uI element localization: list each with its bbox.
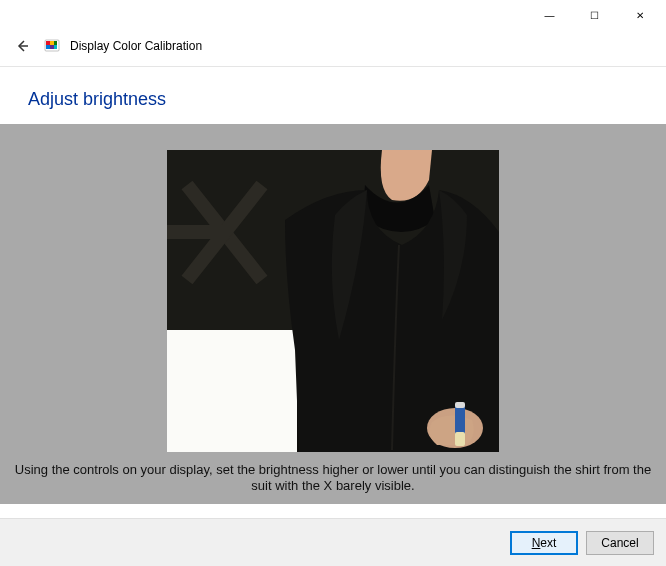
close-button[interactable]: ✕ — [617, 1, 662, 29]
minimize-button[interactable]: — — [527, 1, 572, 29]
svg-rect-15 — [455, 405, 465, 435]
svg-rect-4 — [54, 41, 57, 45]
heading-area: Adjust brightness — [0, 67, 666, 124]
instruction-text: Using the controls on your display, set … — [0, 452, 666, 495]
svg-rect-6 — [50, 45, 54, 49]
svg-rect-17 — [455, 402, 465, 408]
back-arrow-icon — [14, 38, 30, 54]
window-titlebar: — ☐ ✕ — [0, 0, 666, 30]
header-bar: Display Color Calibration — [0, 30, 666, 67]
svg-rect-5 — [46, 45, 50, 49]
svg-rect-7 — [54, 45, 57, 49]
next-button[interactable]: Next — [510, 531, 578, 555]
app-icon — [44, 38, 60, 54]
svg-rect-3 — [50, 41, 54, 45]
content-area: Using the controls on your display, set … — [0, 124, 666, 504]
page-heading: Adjust brightness — [28, 89, 638, 110]
maximize-button[interactable]: ☐ — [572, 1, 617, 29]
cancel-button[interactable]: Cancel — [586, 531, 654, 555]
svg-rect-16 — [455, 432, 465, 446]
svg-rect-9 — [167, 330, 297, 452]
app-title: Display Color Calibration — [70, 39, 202, 53]
button-row: Next Cancel — [0, 518, 666, 566]
svg-rect-2 — [46, 41, 50, 45]
next-label-rest: ext — [540, 536, 556, 550]
back-button[interactable] — [10, 34, 34, 58]
calibration-reference-image — [167, 150, 499, 452]
